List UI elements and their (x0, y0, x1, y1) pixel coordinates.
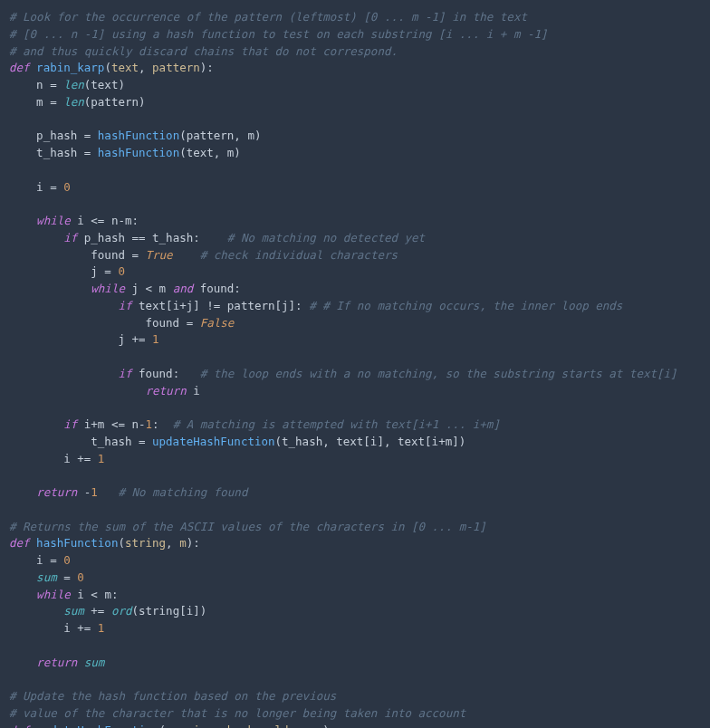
comment-line: # [0 ... n -1] using a hash function to … (9, 27, 548, 41)
function-call: updateHashFunction (152, 435, 274, 448)
builtin-len: len (63, 78, 84, 91)
param: pattern (152, 61, 200, 74)
param: new (302, 723, 323, 729)
keyword-def: def (9, 723, 30, 729)
number: 0 (63, 180, 71, 194)
number: 1 (98, 452, 105, 465)
number: 1 (91, 485, 98, 499)
function-call: hashFunction (98, 129, 179, 142)
code-block: # Look for the occurrence of the pattern… (9, 9, 701, 728)
param: old (268, 723, 289, 729)
number: 1 (152, 332, 159, 346)
comment: # No matching no detected yet (227, 231, 425, 244)
keyword-def: def (9, 61, 30, 74)
param: text (111, 61, 139, 74)
code-text: i += (63, 452, 98, 465)
comment: # the loop ends with a no matching, so t… (200, 367, 677, 380)
code-text: found = (146, 316, 200, 330)
code-text: i = (36, 553, 63, 567)
code-text: m = (36, 95, 63, 109)
comment: # # If no matching occurs, the inner loo… (309, 299, 622, 312)
code-text: n = (36, 78, 63, 91)
keyword-return: return (146, 384, 187, 398)
code-text: p_hash == t_hash: (77, 231, 199, 244)
var-sum: sum (84, 656, 105, 669)
var-sum: sum (36, 570, 57, 584)
number: 1 (146, 417, 153, 431)
const-false: False (200, 316, 235, 330)
comment: # No matching found (118, 485, 247, 499)
code-text: (pattern, m) (179, 129, 261, 142)
code-text: (string[i]) (131, 604, 206, 618)
number: 0 (77, 570, 84, 584)
number: 1 (98, 621, 105, 635)
code-text: t_hash = (36, 146, 98, 159)
code-text: j < m (125, 282, 173, 295)
keyword-if: if (63, 231, 77, 244)
keyword-if: if (63, 417, 77, 431)
code-text: += (84, 604, 111, 618)
var-sum: sum (63, 604, 84, 618)
function-name: hashFunction (36, 536, 118, 550)
const-true: True (146, 248, 173, 262)
code-text: found: (193, 282, 241, 295)
builtin-len: len (63, 95, 84, 109)
code-text: : (152, 417, 159, 431)
param: previous_hash (166, 723, 254, 729)
code-text: i < m: (71, 588, 119, 601)
code-text: p_hash = (36, 129, 98, 142)
comment-line: # and thus quickly discard chains that d… (9, 44, 398, 58)
code-text: - (77, 485, 91, 499)
code-text: i += (63, 621, 98, 635)
keyword-while: while (91, 282, 125, 295)
code-text: found: (131, 367, 179, 380)
code-text: (t_hash, text[i], text[i+m]) (275, 435, 466, 448)
number: 0 (118, 264, 125, 278)
comment-line: # value of the character that is no long… (9, 706, 465, 720)
comment: # A matching is attempted with text[i+1 … (173, 417, 500, 431)
code-text: i+m <= n- (77, 417, 145, 431)
code-text: = (57, 570, 78, 584)
keyword-return: return (36, 656, 77, 669)
code-text: j = (91, 264, 118, 278)
code-text: t_hash = (91, 435, 152, 448)
keyword-if: if (118, 299, 131, 312)
function-name: updateHashFunction (36, 723, 158, 729)
code-text: i (187, 384, 200, 398)
param: m (179, 536, 187, 550)
code-text: found = (91, 248, 145, 262)
code-text: text[i+j] != pattern[j]: (131, 299, 309, 312)
comment: # check individual characters (200, 248, 398, 262)
code-text: i <= n-m: (71, 214, 139, 227)
function-call: hashFunction (98, 146, 179, 159)
builtin-ord: ord (111, 604, 132, 618)
function-name: rabin_karp (36, 61, 104, 74)
code-text: (text) (84, 78, 125, 91)
code-text: (text, m) (179, 146, 241, 159)
code-text: (pattern) (84, 95, 146, 109)
keyword-def: def (9, 536, 30, 550)
code-text: i = (36, 180, 63, 194)
code-text: j += (118, 332, 152, 346)
number: 0 (63, 553, 71, 567)
comment-line: # Look for the occurrence of the pattern… (9, 10, 527, 24)
keyword-return: return (36, 485, 77, 499)
keyword-while: while (36, 214, 71, 227)
keyword-while: while (36, 588, 71, 601)
param: string (125, 536, 166, 550)
keyword-if: if (118, 367, 131, 380)
keyword-and: and (173, 282, 194, 295)
code-text (77, 656, 84, 669)
comment-line: # Returns the sum of the ASCII values of… (9, 520, 486, 533)
comment-line: # Update the hash function based on the … (9, 689, 336, 703)
